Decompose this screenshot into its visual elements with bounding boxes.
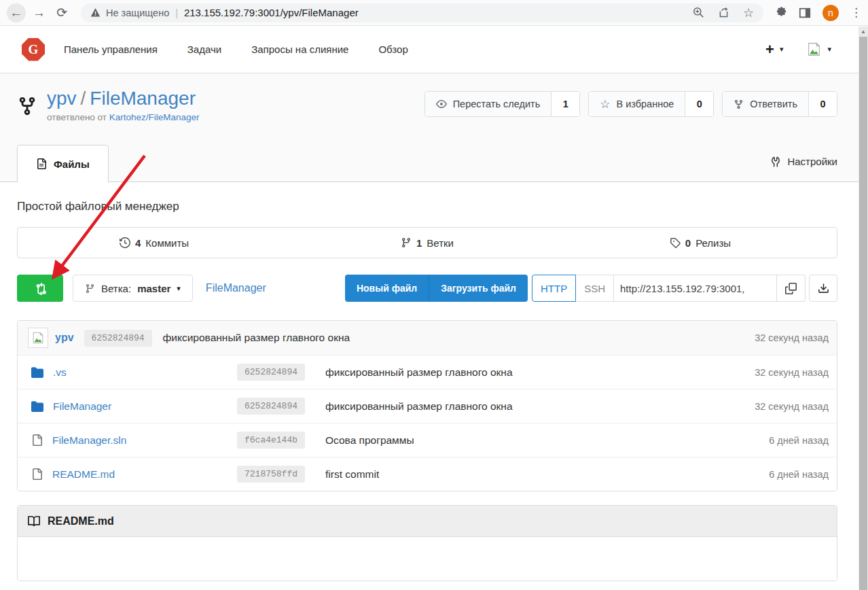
tab-files-label: Файлы	[54, 158, 90, 170]
user-menu-dropdown[interactable]: ▾	[806, 41, 831, 57]
repo-header: ypv/FileManager ответвлено от Kartohez/F…	[0, 73, 868, 144]
browser-menu-icon[interactable]: ⋮	[850, 5, 861, 20]
repo-path-link[interactable]: FileManager	[206, 282, 266, 294]
broken-image-icon	[31, 331, 45, 345]
url-text[interactable]: 213.155.192.79:3001/ypv/FileManager	[184, 7, 359, 18]
file-icon	[31, 434, 43, 446]
branch-name: master	[137, 283, 170, 294]
star-button[interactable]: ☆ В избранное 0	[588, 91, 714, 117]
stat-branches[interactable]: 1 Ветки	[291, 237, 564, 249]
file-link[interactable]: README.md	[52, 468, 115, 481]
commit-time: 6 дней назад	[769, 435, 829, 446]
repo-owner-link[interactable]: ypv	[47, 88, 77, 109]
scrollbar-thumb[interactable]	[859, 37, 867, 590]
nav-explore[interactable]: Обзор	[378, 44, 408, 55]
branch-dropdown[interactable]: Ветка: master ▾	[73, 275, 193, 302]
omnibox-divider: |	[175, 7, 178, 18]
share-icon[interactable]	[718, 7, 729, 18]
table-row: FileManager.sln f6ca4e144b Осова програм…	[18, 423, 837, 457]
commit-message[interactable]: фиксированный размер главного окна	[163, 332, 350, 344]
branches-label: Ветки	[427, 237, 454, 249]
nav-pull-requests[interactable]: Запросы на слияние	[251, 44, 348, 55]
repo-name-link[interactable]: FileManager	[90, 88, 196, 109]
file-table: ypv 6252824894 фиксированный размер глав…	[17, 320, 837, 491]
browser-back-button[interactable]: ←	[7, 3, 26, 22]
create-new-dropdown[interactable]: + ▾	[765, 42, 783, 57]
compare-button[interactable]	[17, 275, 63, 302]
folder-icon	[31, 366, 43, 379]
branch-icon	[85, 283, 95, 294]
folder-icon	[31, 400, 43, 413]
extensions-puzzle-icon[interactable]	[776, 7, 787, 18]
security-label[interactable]: Не защищено	[106, 7, 169, 18]
nav-issues[interactable]: Задачи	[187, 44, 221, 55]
forked-from-link[interactable]: Kartohez/FileManager	[109, 112, 200, 122]
commit-hash-badge[interactable]: f6ca4e144b	[237, 432, 305, 449]
watchers-count[interactable]: 1	[551, 92, 579, 116]
repo-toolbar: Ветка: master ▾ FileManager Новый файл З…	[17, 275, 837, 302]
forks-count[interactable]: 0	[808, 92, 837, 116]
unwatch-button[interactable]: Перестать следить 1	[424, 91, 581, 117]
branch-icon	[401, 237, 412, 248]
bookmark-star-icon[interactable]: ☆	[743, 5, 754, 20]
commit-hash-badge[interactable]: 6252824894	[237, 398, 305, 415]
releases-count: 0	[685, 237, 691, 249]
file-link[interactable]: .vs	[53, 366, 67, 379]
commit-hash-badge[interactable]: 6252824894	[237, 364, 305, 381]
download-icon	[818, 283, 829, 294]
commit-message[interactable]: фиксированный размер главного окна	[325, 366, 755, 379]
site-navbar: G Панель управления Задачи Запросы на сл…	[0, 26, 868, 73]
address-bar[interactable]: Не защищено | 213.155.192.79:3001/ypv/Fi…	[81, 3, 763, 22]
readme-content	[18, 537, 837, 580]
unwatch-label: Перестать следить	[453, 99, 541, 109]
gitea-logo-icon[interactable]: G	[22, 38, 45, 61]
commit-hash-badge[interactable]: 6252824894	[84, 330, 152, 347]
new-file-button[interactable]: Новый файл	[345, 275, 429, 302]
star-label: В избранное	[616, 99, 674, 109]
commit-author-link[interactable]: ypv	[55, 332, 74, 344]
copy-url-button[interactable]	[777, 275, 806, 302]
commit-time: 32 секунд назад	[755, 332, 829, 343]
repo-tabbar: Файлы Настройки	[0, 144, 868, 182]
file-icon	[31, 468, 43, 480]
tag-icon	[670, 237, 681, 248]
nav-dashboard[interactable]: Панель управления	[64, 44, 158, 55]
download-button[interactable]	[809, 275, 837, 302]
forked-from-note: ответвлено от Kartohez/FileManager	[47, 112, 200, 122]
commit-time: 32 секунд назад	[755, 401, 829, 412]
commits-count: 4	[135, 237, 141, 249]
stars-count[interactable]: 0	[685, 92, 713, 116]
file-link[interactable]: FileManager	[53, 400, 111, 413]
chevron-down-icon: ▾	[827, 45, 831, 54]
http-protocol-button[interactable]: HTTP	[532, 275, 576, 302]
upload-file-button[interactable]: Загрузить файл	[429, 275, 528, 302]
clone-url-input[interactable]	[614, 275, 777, 302]
commit-author-avatar[interactable]	[28, 328, 48, 348]
stat-commits[interactable]: 4 Коммиты	[18, 237, 291, 249]
stat-releases[interactable]: 0 Релизы	[564, 237, 837, 249]
tab-settings[interactable]: Настройки	[770, 156, 837, 170]
branch-label: Ветка:	[101, 283, 131, 294]
commit-message[interactable]: фиксированный размер главного окна	[325, 400, 755, 413]
zoom-icon[interactable]	[693, 7, 704, 18]
side-panel-icon[interactable]	[799, 7, 811, 19]
browser-profile-avatar[interactable]: n	[822, 5, 839, 21]
tab-files[interactable]: Файлы	[17, 145, 109, 182]
file-link[interactable]: FileManager.sln	[52, 434, 126, 447]
fork-button[interactable]: Ответвить 0	[722, 91, 837, 117]
page-scrollbar[interactable]: ▲	[858, 27, 868, 590]
scrollbar-up-icon[interactable]: ▲	[858, 27, 868, 37]
ssh-protocol-button[interactable]: SSH	[576, 275, 614, 302]
commit-message[interactable]: Осова программы	[325, 434, 769, 447]
commit-time: 6 дней назад	[769, 469, 829, 480]
commit-hash-badge[interactable]: 7218758ffd	[237, 466, 305, 483]
tools-icon	[770, 156, 781, 167]
security-warning-icon[interactable]	[90, 7, 101, 18]
browser-reload-button[interactable]: ⟳	[52, 3, 71, 22]
browser-forward-button[interactable]: →	[30, 3, 49, 22]
releases-label: Релизы	[695, 237, 731, 249]
star-icon: ☆	[600, 99, 610, 110]
fork-label: Ответвить	[750, 99, 797, 109]
chevron-down-icon: ▾	[177, 284, 181, 293]
commit-message[interactable]: first commit	[325, 468, 769, 481]
